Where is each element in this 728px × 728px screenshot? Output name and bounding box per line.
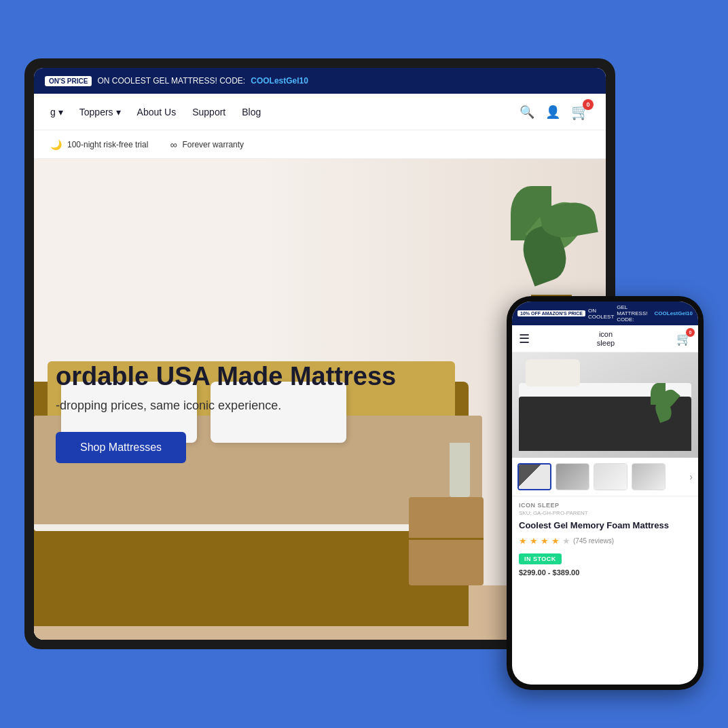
phone-promo-bar: 10% OFF AMAZON'S PRICE ON COOLEST GEL MA… bbox=[512, 302, 698, 325]
chevron-down-icon: ▾ bbox=[116, 107, 121, 117]
phone-product-sku: SKU: GA-GH-PRO-PARENT bbox=[519, 510, 691, 516]
nightstand bbox=[409, 497, 484, 585]
trust-item-trial: 🌙 100-night risk-free trial bbox=[50, 139, 148, 150]
chevron-down-icon: ▾ bbox=[58, 107, 63, 117]
scene: ON'S PRICE ON COOLEST GEL MATTRESS! CODE… bbox=[24, 38, 704, 690]
phone-review-count: (745 reviews) bbox=[573, 537, 614, 545]
thumbnail-3[interactable] bbox=[594, 463, 627, 490]
laptop-nav: g ▾ Toppers ▾ About Us Support Blog 🔍 👤 bbox=[34, 94, 606, 130]
star-4: ★ bbox=[551, 536, 560, 546]
phone-thumbnails: › bbox=[512, 458, 698, 496]
thumbnail-2[interactable] bbox=[556, 463, 589, 490]
thumbnail-4[interactable] bbox=[632, 463, 666, 490]
trust-warranty-text: Forever warranty bbox=[182, 140, 244, 149]
thumbnail-4-image bbox=[632, 464, 665, 490]
nav-item-support[interactable]: Support bbox=[192, 107, 225, 117]
infinity-icon: ∞ bbox=[170, 139, 177, 150]
phone-product-info: ICON SLEEP SKU: GA-GH-PRO-PARENT Coolest… bbox=[512, 496, 698, 582]
phone-promo-code: COOLestGel10 bbox=[655, 310, 693, 316]
account-icon[interactable]: 👤 bbox=[545, 105, 560, 120]
hero-content: ordable USA Made Mattress -dropping pric… bbox=[56, 363, 584, 464]
search-icon[interactable]: 🔍 bbox=[520, 105, 534, 120]
phone-logo-line1: icon bbox=[535, 330, 676, 338]
thumbnails-chevron-right: › bbox=[689, 471, 693, 482]
phone-screen: 10% OFF AMAZON'S PRICE ON COOLEST GEL MA… bbox=[512, 302, 698, 685]
phone-logo-line2: sleep bbox=[535, 339, 676, 347]
moon-icon: 🌙 bbox=[50, 139, 62, 150]
phone-pillow bbox=[526, 359, 580, 386]
hero-title: ordable USA Made Mattress bbox=[56, 363, 584, 391]
phone-promo-text: ON COOLEST bbox=[588, 308, 614, 320]
trust-trial-text: 100-night risk-free trial bbox=[67, 140, 148, 149]
phone-product-rating: ★ ★ ★ ★ ★ (745 reviews) bbox=[519, 536, 691, 546]
laptop-promo-bar: ON'S PRICE ON COOLEST GEL MATTRESS! CODE… bbox=[34, 68, 606, 94]
phone-product-image bbox=[512, 352, 698, 458]
phone-product-brand: ICON SLEEP bbox=[519, 502, 691, 509]
phone-stock-badge: IN STOCK bbox=[519, 553, 562, 564]
thumbnail-3-image bbox=[594, 464, 627, 490]
phone-product-title: Coolest Gel Memory Foam Mattress bbox=[519, 520, 691, 532]
phone-promo-badge: 10% OFF AMAZON'S PRICE bbox=[517, 310, 585, 316]
nightstand-shelf bbox=[409, 538, 484, 540]
star-half: ★ bbox=[562, 536, 570, 546]
phone-price: $299.00 - $389.00 bbox=[519, 568, 691, 577]
star-3: ★ bbox=[541, 536, 549, 546]
hamburger-icon[interactable]: ☰ bbox=[519, 331, 530, 346]
nav-icons: 🔍 👤 🛒 0 bbox=[520, 103, 589, 121]
shop-mattresses-button[interactable]: Shop Mattresses bbox=[56, 432, 186, 463]
nav-item-about[interactable]: About Us bbox=[137, 107, 177, 117]
nav-item-g[interactable]: g ▾ bbox=[50, 107, 63, 117]
cart-wrapper[interactable]: 🛒 0 bbox=[571, 103, 589, 121]
phone-plant bbox=[651, 383, 678, 437]
promo-text: ON COOLEST GEL MATTRESS! CODE: bbox=[97, 76, 245, 86]
phone-promo-second: GEL MATTRESS! CODE: bbox=[617, 304, 651, 323]
thumbnail-2-image bbox=[556, 464, 589, 490]
star-1: ★ bbox=[519, 536, 527, 546]
trust-item-warranty: ∞ Forever warranty bbox=[170, 139, 244, 150]
promo-badge: ON'S PRICE bbox=[45, 76, 92, 86]
phone-logo: icon sleep bbox=[535, 330, 676, 346]
hero-subtitle: -dropping prices, same iconic experience… bbox=[56, 399, 584, 413]
phone-cart-wrapper[interactable]: 🛒 0 bbox=[676, 331, 691, 346]
laptop-trust-bar: 🌙 100-night risk-free trial ∞ Forever wa… bbox=[34, 130, 606, 159]
thumbnail-1[interactable] bbox=[517, 463, 551, 490]
star-2: ★ bbox=[530, 536, 538, 546]
promo-code: COOLestGel10 bbox=[251, 76, 308, 86]
phone-device: 10% OFF AMAZON'S PRICE ON COOLEST GEL MA… bbox=[507, 296, 704, 690]
nav-item-toppers[interactable]: Toppers ▾ bbox=[79, 107, 121, 117]
nav-item-blog[interactable]: Blog bbox=[242, 107, 261, 117]
phone-cart-badge: 0 bbox=[686, 328, 695, 337]
phone-nav: ☰ icon sleep 🛒 0 bbox=[512, 325, 698, 352]
cart-badge: 0 bbox=[583, 99, 594, 110]
thumbnail-1-image bbox=[519, 465, 550, 489]
